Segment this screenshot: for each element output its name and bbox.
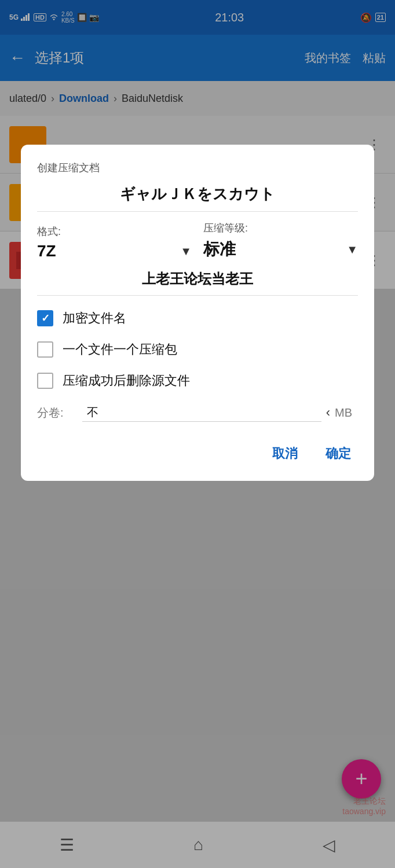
encrypt-filename-label: 加密文件名: [63, 310, 126, 327]
level-col: 压缩等级: 标准 ▼: [203, 221, 358, 260]
cancel-button[interactable]: 取消: [265, 440, 305, 467]
compress-dialog: 创建压缩文档 ギャルＪＫをスカウト 格式: 7Z ▼ 压缩等级: 标准 ▼ 上老…: [21, 145, 374, 481]
one-file-one-archive-label: 一个文件一个压缩包: [63, 341, 177, 358]
format-dropdown-arrow: ▼: [180, 245, 192, 258]
encrypt-filename-checkbox[interactable]: [37, 310, 53, 326]
split-arrow-icon[interactable]: ‹: [326, 405, 330, 420]
level-value: 标准: [203, 238, 236, 260]
confirm-button[interactable]: 确定: [319, 440, 358, 467]
dialog-buttons: 取消 确定: [37, 440, 358, 467]
level-select[interactable]: 标准 ▼: [203, 238, 358, 260]
delete-source-label: 压缩成功后删除源文件: [63, 372, 190, 389]
format-level-row: 格式: 7Z ▼ 压缩等级: 标准 ▼: [37, 221, 358, 260]
format-select[interactable]: 7Z ▼: [37, 242, 192, 260]
dialog-title: 创建压缩文档: [37, 161, 358, 175]
split-label: 分卷:: [37, 405, 78, 421]
delete-source-checkbox[interactable]: [37, 373, 53, 389]
one-file-one-archive-checkbox[interactable]: [37, 341, 53, 358]
split-volume-row: 分卷: ‹ MB: [37, 403, 358, 422]
dialog-filename[interactable]: ギャルＪＫをスカウト: [37, 184, 358, 212]
password-field[interactable]: 上老王论坛当老王: [37, 270, 358, 296]
checkbox2-row: 一个文件一个压缩包: [37, 341, 358, 358]
format-value: 7Z: [37, 242, 56, 260]
checkbox3-row: 压缩成功后删除源文件: [37, 372, 358, 389]
format-col: 格式: 7Z ▼: [37, 225, 192, 260]
split-input[interactable]: [82, 403, 321, 422]
level-label: 压缩等级:: [203, 221, 358, 235]
level-dropdown-arrow: ▼: [346, 243, 358, 256]
format-label: 格式:: [37, 225, 192, 238]
checkbox1-row: 加密文件名: [37, 310, 358, 327]
split-unit: MB: [335, 406, 358, 420]
